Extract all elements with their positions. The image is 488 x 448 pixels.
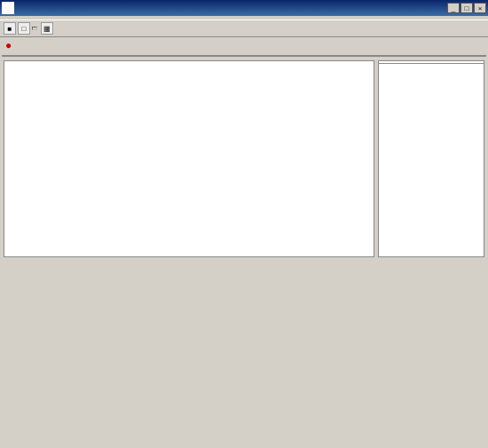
toolbar-btn-1[interactable]: ■	[4, 22, 16, 35]
toolbar: ■ □ ▦	[0, 20, 488, 37]
toolbar-btn-2[interactable]: □	[18, 22, 30, 35]
legend-panel	[378, 60, 484, 257]
data-panel	[2, 55, 486, 57]
legend-header	[379, 61, 484, 64]
toolbar-filter-group	[32, 27, 37, 30]
toolbar-btn-3[interactable]: ▦	[41, 22, 53, 35]
close-button[interactable]: ×	[474, 3, 486, 13]
title-bar: _ □ ×	[0, 0, 488, 16]
chart-panel	[4, 60, 374, 257]
app-icon	[2, 2, 14, 14]
logo-bullet: ●	[5, 39, 12, 51]
logo-bar: ●	[0, 37, 488, 53]
minimize-button[interactable]: _	[447, 3, 460, 13]
throughput-chart	[8, 67, 363, 253]
maximize-button[interactable]: □	[460, 3, 473, 13]
